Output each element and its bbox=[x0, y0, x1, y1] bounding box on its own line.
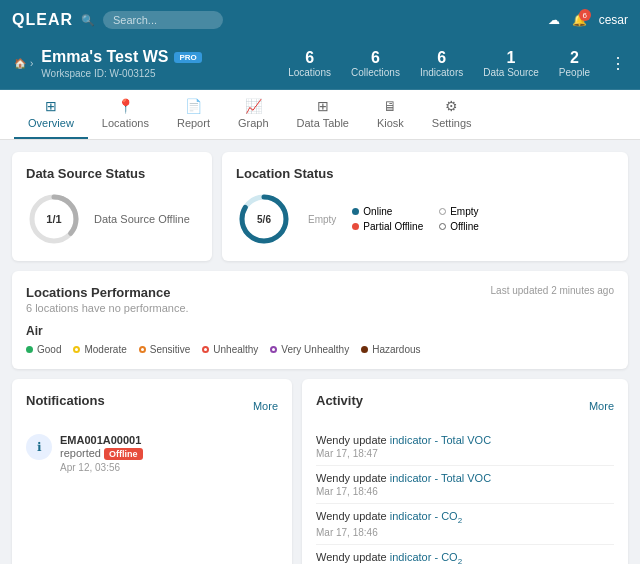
data-source-label: Data Source Offline bbox=[94, 213, 190, 225]
good-dot bbox=[26, 346, 33, 353]
good-label: Good bbox=[37, 344, 61, 355]
data-source-fraction: 1/1 bbox=[46, 213, 61, 225]
nav-left: QLEAR 🔍 bbox=[12, 11, 223, 29]
settings-icon: ⚙ bbox=[445, 98, 458, 114]
tab-settings-label: Settings bbox=[432, 117, 472, 129]
report-icon: 📄 bbox=[185, 98, 202, 114]
locations-performance-card: Locations Performance 6 locations have n… bbox=[12, 271, 628, 369]
air-sensitive: Sensitive bbox=[139, 344, 191, 355]
activity-item-3: Wendy update indicator - CO2 Mar 17, 18:… bbox=[316, 504, 614, 545]
activity-text-4: Wendy update indicator - CO2 bbox=[316, 551, 614, 564]
workspace-left: 🏠 › Emma's Test WS PRO Workspace ID: W-0… bbox=[14, 48, 202, 79]
perf-subtitle: 6 locations have no performance. bbox=[26, 302, 189, 314]
stat-locations-label: Locations bbox=[288, 67, 331, 78]
stat-datasource-num: 1 bbox=[483, 49, 539, 67]
workspace-more-button[interactable]: ⋮ bbox=[610, 54, 626, 73]
activity-link-3[interactable]: indicator - CO2 bbox=[390, 510, 462, 522]
pro-badge: PRO bbox=[174, 52, 201, 63]
legend-offline: Offline bbox=[439, 221, 510, 232]
activity-more-link[interactable]: More bbox=[589, 400, 614, 412]
data-source-content: 1/1 Data Source Offline bbox=[26, 191, 198, 247]
home-icon[interactable]: 🏠 bbox=[14, 58, 26, 69]
stat-collections: 6 Collections bbox=[351, 49, 400, 78]
stat-datasource-label: Data Source bbox=[483, 67, 539, 78]
partial-label: Partial Offline bbox=[363, 221, 423, 232]
search-icon: 🔍 bbox=[81, 14, 95, 27]
very-unhealthy-dot bbox=[270, 346, 277, 353]
offline-label: Offline bbox=[450, 221, 479, 232]
air-moderate: Moderate bbox=[73, 344, 126, 355]
user-name[interactable]: cesar bbox=[599, 13, 628, 27]
activity-item-4: Wendy update indicator - CO2 bbox=[316, 545, 614, 564]
online-label: Online bbox=[363, 206, 392, 217]
workspace-title-row: Emma's Test WS PRO bbox=[41, 48, 201, 66]
logo: QLEAR bbox=[12, 11, 73, 29]
unhealthy-label: Unhealthy bbox=[213, 344, 258, 355]
activity-item-2: Wendy update indicator - Total VOC Mar 1… bbox=[316, 466, 614, 504]
activity-time-3: Mar 17, 18:46 bbox=[316, 527, 614, 538]
workspace-id: Workspace ID: W-003125 bbox=[41, 68, 201, 79]
cloud-icon[interactable]: ☁ bbox=[548, 13, 560, 27]
datatable-icon: ⊞ bbox=[317, 98, 329, 114]
search-input[interactable] bbox=[103, 11, 223, 29]
notifications-icon[interactable]: 🔔 6 bbox=[572, 13, 587, 27]
tab-kiosk[interactable]: 🖥 Kiosk bbox=[363, 90, 418, 139]
unhealthy-dot bbox=[202, 346, 209, 353]
chevron-right-icon: › bbox=[30, 58, 33, 69]
notification-id: EMA001A00001 bbox=[60, 434, 143, 446]
sensitive-label: Sensitive bbox=[150, 344, 191, 355]
hazardous-dot bbox=[361, 346, 368, 353]
stat-people: 2 People bbox=[559, 49, 590, 78]
data-source-card: Data Source Status 1/1 Data Source Offli… bbox=[12, 152, 212, 261]
tab-graph[interactable]: 📈 Graph bbox=[224, 90, 283, 139]
notification-item: ℹ EMA001A00001 reported Offline Apr 12, … bbox=[26, 428, 278, 479]
data-source-title: Data Source Status bbox=[26, 166, 198, 181]
tab-locations-label: Locations bbox=[102, 117, 149, 129]
notification-desc: reported Offline bbox=[60, 447, 143, 460]
air-title: Air bbox=[26, 324, 614, 338]
tab-kiosk-label: Kiosk bbox=[377, 117, 404, 129]
activity-link-1[interactable]: indicator - Total VOC bbox=[390, 434, 491, 446]
workspace-header: 🏠 › Emma's Test WS PRO Workspace ID: W-0… bbox=[0, 40, 640, 90]
workspace-nav: 🏠 › bbox=[14, 58, 33, 69]
tab-locations[interactable]: 📍 Locations bbox=[88, 90, 163, 139]
activity-item-1: Wendy update indicator - Total VOC Mar 1… bbox=[316, 428, 614, 466]
hazardous-label: Hazardous bbox=[372, 344, 420, 355]
air-good: Good bbox=[26, 344, 61, 355]
sensitive-dot bbox=[139, 346, 146, 353]
air-unhealthy: Unhealthy bbox=[202, 344, 258, 355]
activity-link-4[interactable]: indicator - CO2 bbox=[390, 551, 462, 563]
perf-header: Locations Performance 6 locations have n… bbox=[26, 285, 614, 314]
notifications-header: Notifications More bbox=[26, 393, 278, 418]
perf-title: Locations Performance bbox=[26, 285, 189, 300]
overview-icon: ⊞ bbox=[45, 98, 57, 114]
tab-datatable-label: Data Table bbox=[297, 117, 349, 129]
top-navbar: QLEAR 🔍 ☁ 🔔 6 cesar bbox=[0, 0, 640, 40]
location-status-num: 5/6 bbox=[257, 214, 271, 225]
notifications-more-link[interactable]: More bbox=[253, 400, 278, 412]
online-dot bbox=[352, 208, 359, 215]
perf-updated: Last updated 2 minutes ago bbox=[491, 285, 614, 296]
very-unhealthy-label: Very Unhealthy bbox=[281, 344, 349, 355]
tab-report[interactable]: 📄 Report bbox=[163, 90, 224, 139]
tab-graph-label: Graph bbox=[238, 117, 269, 129]
workspace-stats: 6 Locations 6 Collections 6 Indicators 1… bbox=[288, 49, 626, 78]
empty-dot bbox=[439, 208, 446, 215]
offline-badge: Offline bbox=[104, 448, 143, 460]
notifications-title: Notifications bbox=[26, 393, 105, 408]
offline-dot bbox=[439, 223, 446, 230]
legend-online: Online bbox=[352, 206, 423, 217]
perf-title-block: Locations Performance 6 locations have n… bbox=[26, 285, 189, 314]
activity-time-1: Mar 17, 18:47 bbox=[316, 448, 614, 459]
air-very-unhealthy: Very Unhealthy bbox=[270, 344, 349, 355]
stat-indicators-num: 6 bbox=[420, 49, 463, 67]
stat-people-num: 2 bbox=[559, 49, 590, 67]
stat-indicators-label: Indicators bbox=[420, 67, 463, 78]
tab-datatable[interactable]: ⊞ Data Table bbox=[283, 90, 363, 139]
location-status-title: Location Status bbox=[236, 166, 614, 181]
legend-partial: Partial Offline bbox=[352, 221, 423, 232]
tab-settings[interactable]: ⚙ Settings bbox=[418, 90, 486, 139]
activity-link-2[interactable]: indicator - Total VOC bbox=[390, 472, 491, 484]
activity-text-1: Wendy update indicator - Total VOC bbox=[316, 434, 614, 446]
tab-overview[interactable]: ⊞ Overview bbox=[14, 90, 88, 139]
